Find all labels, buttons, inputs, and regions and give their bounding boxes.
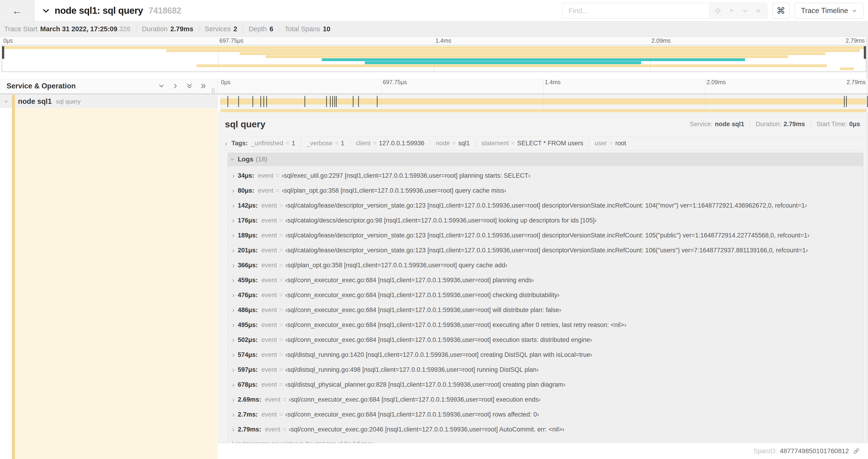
find-next-icon[interactable] (742, 7, 748, 14)
column-resizer-grip[interactable] (212, 88, 214, 93)
log-marker-tick (353, 96, 353, 107)
minimap-span (840, 67, 854, 70)
span-detail-header: sql query Service: node sql1 Duration: 2… (218, 112, 866, 136)
log-row[interactable]: ›495μs:event=‹sql/conn_executor_exec.go:… (228, 318, 863, 332)
log-marker-tick (332, 96, 333, 107)
log-marker-tick (358, 96, 359, 107)
collapse-one-icon[interactable] (158, 83, 165, 90)
log-equals: = (279, 366, 283, 373)
log-value: ‹sql/exec_util.go:2297 [nsql1,client=127… (282, 172, 530, 179)
back-button[interactable]: ← (0, 0, 34, 21)
keyboard-shortcuts-button[interactable]: ⌘ (772, 3, 789, 19)
log-row[interactable]: ›502μs:event=‹sql/conn_executor_exec.go:… (228, 332, 863, 347)
log-field-key: event (261, 336, 277, 343)
ruler-tick-label: 697.75μs (219, 37, 243, 44)
minimap-span (196, 64, 827, 67)
span-row-label[interactable]: › node sql1 sql query (0, 95, 217, 108)
log-field-key: event (265, 396, 280, 403)
find-input[interactable] (563, 3, 709, 19)
log-value: ‹sql/distsql_physical_planner.go:828 [ns… (285, 381, 565, 388)
trace-title-wrap: node sql1: sql query 7418682 (34, 5, 181, 16)
tags-row[interactable]: › Tags: _unfinished=1_verbose=1client=12… (218, 136, 866, 151)
tag-item: _unfinished=1 (251, 140, 295, 147)
log-timestamp: 502μs: (238, 336, 258, 343)
log-equals: = (276, 187, 280, 194)
detail-left-column (0, 112, 217, 459)
log-field-key: event (261, 217, 277, 224)
ruler-tick-label: 0μs (221, 79, 230, 86)
find-target-icon[interactable] (714, 7, 721, 14)
find-tools (709, 3, 767, 19)
log-field-key: event (261, 232, 277, 239)
find-prev-icon[interactable] (728, 7, 735, 14)
log-value: ‹sql/plan_opt.go:358 [nsql1,client=127.0… (282, 187, 506, 194)
log-marker-tick (238, 96, 239, 107)
tag-key: _unfinished (251, 140, 283, 147)
summary-divider (199, 25, 199, 33)
log-row[interactable]: ›2.79ms:event=‹sql/conn_executor_exec.go… (228, 422, 863, 437)
tag-item: _verbose=1 (307, 140, 344, 147)
log-row[interactable]: ›189μs:event=‹sql/catalog/lease/descript… (228, 228, 863, 243)
log-equals: = (279, 321, 283, 329)
expand-all-icon[interactable] (200, 83, 207, 90)
log-row[interactable]: ›366μs:event=‹sql/plan_opt.go:358 [nsql1… (228, 258, 863, 273)
minimap-span (2, 46, 866, 49)
log-row[interactable]: ›34μs:event=‹sql/exec_util.go:2297 [nsql… (228, 168, 863, 183)
log-row[interactable]: ›2.69ms:event=‹sql/conn_executor_exec.go… (228, 392, 863, 407)
summary-divider (243, 25, 243, 33)
log-timestamp: 189μs: (238, 232, 258, 239)
start-time-label: Start Time: (816, 121, 847, 128)
log-row[interactable]: ›486μs:event=‹sql/conn_executor_exec.go:… (228, 302, 863, 318)
tag-key: user (595, 140, 607, 147)
top-bar-actions: ⌘ Trace Timeline (562, 3, 868, 19)
service-color-stripe (12, 95, 15, 108)
log-row-collapsed-icon: › (232, 426, 235, 433)
log-equals: = (279, 292, 283, 299)
minimap-canvas[interactable] (2, 45, 866, 72)
log-row[interactable]: ›2.7ms:event=‹sql/conn_executor_exec.go:… (228, 407, 863, 422)
start-time-value: 0μs (849, 121, 860, 128)
tag-item: statement=SELECT * FROM users (481, 140, 583, 147)
minimap-left-handle[interactable] (2, 46, 4, 59)
minimap-span (240, 52, 825, 55)
span-link-icon[interactable] (852, 447, 860, 455)
log-row[interactable]: ›597μs:event=‹sql/distsql_running.go:498… (228, 362, 863, 377)
log-marker-tick (305, 96, 305, 107)
minimap-span (365, 61, 642, 64)
service-label: Service: (690, 121, 713, 128)
summary-item-label: Total Spans (285, 25, 320, 33)
summary-item: Services2 (205, 25, 237, 33)
log-field-key: event (261, 351, 277, 358)
log-row[interactable]: ›80μs:event=‹sql/plan_opt.go:358 [nsql1,… (228, 183, 863, 198)
ruler-tick-label: 2.09ms (707, 79, 726, 86)
find-clear-icon[interactable] (755, 7, 762, 14)
duration-value: 2.79ms (783, 121, 805, 128)
log-row[interactable]: ›574μs:event=‹sql/distsql_running.go:142… (228, 347, 863, 362)
minimap-span (322, 58, 745, 61)
tag-equals: = (286, 140, 289, 147)
log-row[interactable]: ›459μs:event=‹sql/conn_executor_exec.go:… (228, 273, 863, 288)
log-row[interactable]: ›176μs:event=‹sql/catalog/descs/descript… (228, 213, 863, 228)
expand-one-icon[interactable] (172, 83, 179, 90)
span-id-label: SpanID: (753, 447, 777, 455)
log-row-collapsed-icon: › (232, 336, 235, 343)
tag-divider (430, 140, 430, 147)
log-timestamp: 2.79ms: (238, 426, 261, 433)
tag-key: _verbose (307, 140, 333, 147)
log-row[interactable]: ›678μs:event=‹sql/distsql_physical_plann… (228, 377, 863, 392)
trace-summary-bar: Trace StartMarch 31 2022, 17:25:09.326Du… (0, 22, 868, 37)
log-field-key: event (261, 202, 277, 209)
detail-row-left-sliver (0, 108, 217, 112)
title-collapse-icon[interactable] (42, 7, 50, 15)
page-title: node sql1: sql query (55, 5, 143, 16)
log-row[interactable]: ›201μs:event=‹sql/catalog/lease/descript… (228, 243, 863, 258)
collapse-all-icon[interactable] (186, 83, 193, 90)
log-marker-tick (334, 96, 335, 107)
log-marker-tick (377, 96, 377, 107)
logs-header[interactable]: › Logs (18) (228, 153, 863, 166)
log-row[interactable]: ›476μs:event=‹sql/conn_executor_exec.go:… (228, 288, 863, 302)
minimap-right-handle[interactable] (864, 46, 866, 59)
log-row-collapsed-icon: › (232, 306, 235, 314)
trace-view-selector[interactable]: Trace Timeline (795, 3, 863, 19)
log-row[interactable]: ›142μs:event=‹sql/catalog/lease/descript… (228, 198, 863, 213)
